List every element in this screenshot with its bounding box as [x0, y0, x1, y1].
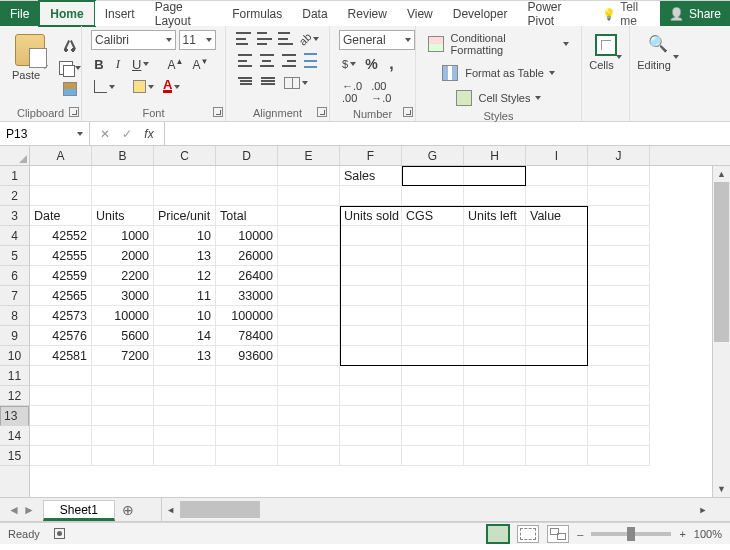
cell-G2[interactable]	[402, 186, 464, 206]
decrease-decimal-button[interactable]: .00→.0	[368, 78, 394, 106]
cell-H6[interactable]	[464, 266, 526, 286]
horizontal-scrollbar[interactable]: ◄ ►	[161, 498, 712, 521]
orientation-button[interactable]: ab	[298, 31, 320, 47]
cell-E6[interactable]	[278, 266, 340, 286]
border-button[interactable]	[91, 78, 118, 95]
cell-B7[interactable]: 3000	[92, 286, 154, 306]
cell-E2[interactable]	[278, 186, 340, 206]
cell-H4[interactable]	[464, 226, 526, 246]
cell-A6[interactable]: 42559	[30, 266, 92, 286]
cell-C15[interactable]	[154, 446, 216, 466]
cell-B14[interactable]	[92, 426, 154, 446]
cell-I6[interactable]	[526, 266, 588, 286]
tab-developer[interactable]: Developer	[443, 1, 518, 26]
cell-A5[interactable]: 42555	[30, 246, 92, 266]
sheet-tab-1[interactable]: Sheet1	[43, 500, 115, 521]
format-as-table-button[interactable]: Format as Table	[425, 63, 572, 83]
cell-C8[interactable]: 10	[154, 306, 216, 326]
row-header-5[interactable]: 5	[0, 246, 29, 266]
underline-button[interactable]: U	[129, 55, 152, 74]
cell-C4[interactable]: 10	[154, 226, 216, 246]
cell-B1[interactable]	[92, 166, 154, 186]
decrease-indent-button[interactable]	[235, 74, 255, 91]
cell-C7[interactable]: 11	[154, 286, 216, 306]
normal-view-button[interactable]	[487, 525, 509, 543]
cell-A13[interactable]	[30, 406, 92, 426]
row-header-2[interactable]: 2	[0, 186, 29, 206]
cell-C14[interactable]	[154, 426, 216, 446]
cell-J13[interactable]	[588, 406, 650, 426]
cell-J15[interactable]	[588, 446, 650, 466]
sheet-nav[interactable]: ◄►	[0, 498, 43, 521]
row-header-10[interactable]: 10	[0, 346, 29, 366]
cell-C3[interactable]: Price/unit	[154, 206, 216, 226]
cell-I3[interactable]: Value	[526, 206, 588, 226]
cells-button[interactable]: Cells	[591, 30, 620, 75]
cell-B5[interactable]: 2000	[92, 246, 154, 266]
cell-J2[interactable]	[588, 186, 650, 206]
number-dialog-launcher[interactable]	[403, 107, 413, 117]
cell-J6[interactable]	[588, 266, 650, 286]
bold-button[interactable]: B	[91, 55, 107, 74]
cell-A1[interactable]	[30, 166, 92, 186]
cell-H14[interactable]	[464, 426, 526, 446]
cell-J3[interactable]	[588, 206, 650, 226]
row-header-12[interactable]: 12	[0, 386, 29, 406]
align-top-button[interactable]	[235, 30, 253, 47]
cell-A14[interactable]	[30, 426, 92, 446]
font-size-select[interactable]: 11	[179, 30, 216, 50]
cancel-formula-button[interactable]: ✕	[96, 127, 114, 141]
cell-C6[interactable]: 12	[154, 266, 216, 286]
cell-J5[interactable]	[588, 246, 650, 266]
zoom-slider[interactable]	[591, 532, 671, 536]
align-center-button[interactable]	[257, 52, 276, 69]
scroll-down-button[interactable]: ▼	[713, 481, 730, 497]
cell-C9[interactable]: 14	[154, 326, 216, 346]
cell-H5[interactable]	[464, 246, 526, 266]
col-header-G[interactable]: G	[402, 146, 464, 165]
tab-power-pivot[interactable]: Power Pivot	[517, 1, 592, 26]
cell-I13[interactable]	[526, 406, 588, 426]
cell-B9[interactable]: 5600	[92, 326, 154, 346]
cell-D8[interactable]: 100000	[216, 306, 278, 326]
cell-E15[interactable]	[278, 446, 340, 466]
cell-A9[interactable]: 42576	[30, 326, 92, 346]
select-all-corner[interactable]	[0, 146, 30, 166]
cell-A3[interactable]: Date	[30, 206, 92, 226]
fill-color-button[interactable]	[130, 78, 157, 95]
cell-E3[interactable]	[278, 206, 340, 226]
col-header-B[interactable]: B	[92, 146, 154, 165]
cell-G15[interactable]	[402, 446, 464, 466]
cell-E7[interactable]	[278, 286, 340, 306]
cell-H13[interactable]	[464, 406, 526, 426]
scroll-up-button[interactable]: ▲	[713, 166, 730, 182]
hscroll-thumb[interactable]	[180, 501, 260, 518]
comma-button[interactable]: ,	[384, 56, 400, 72]
cell-I9[interactable]	[526, 326, 588, 346]
zoom-in-button[interactable]: +	[679, 528, 685, 540]
cell-B15[interactable]	[92, 446, 154, 466]
cell-H1[interactable]	[464, 166, 526, 186]
cell-G3[interactable]: CGS	[402, 206, 464, 226]
row-headers[interactable]: 123456789101112131415	[0, 166, 30, 497]
row-header-4[interactable]: 4	[0, 226, 29, 246]
cell-B3[interactable]: Units	[92, 206, 154, 226]
formula-input[interactable]	[165, 122, 730, 145]
cell-B6[interactable]: 2200	[92, 266, 154, 286]
row-header-9[interactable]: 9	[0, 326, 29, 346]
col-header-J[interactable]: J	[588, 146, 650, 165]
copy-button[interactable]	[56, 59, 84, 77]
cell-H9[interactable]	[464, 326, 526, 346]
cell-B10[interactable]: 7200	[92, 346, 154, 366]
cells-area[interactable]: SalesDateUnitsPrice/unitTotalUnits soldC…	[30, 166, 712, 497]
cell-A8[interactable]: 42573	[30, 306, 92, 326]
cell-D10[interactable]: 93600	[216, 346, 278, 366]
cell-D5[interactable]: 26000	[216, 246, 278, 266]
row-header-7[interactable]: 7	[0, 286, 29, 306]
cell-C13[interactable]	[154, 406, 216, 426]
zoom-level[interactable]: 100%	[694, 528, 722, 540]
alignment-dialog-launcher[interactable]	[317, 107, 327, 117]
cell-E8[interactable]	[278, 306, 340, 326]
scroll-right-button[interactable]: ►	[694, 505, 712, 515]
cell-A15[interactable]	[30, 446, 92, 466]
